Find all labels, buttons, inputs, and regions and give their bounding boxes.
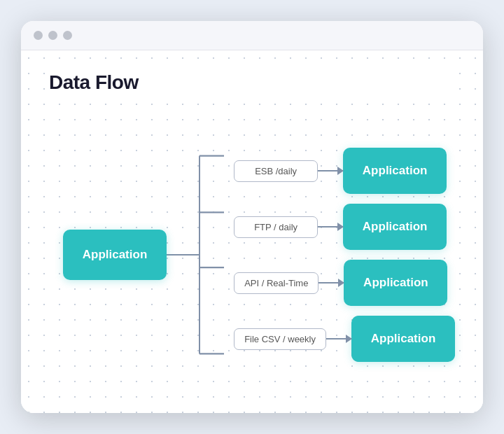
targets-column: ESB /daily Application FTP / daily Appli… <box>234 148 455 362</box>
target-row-1: ESB /daily Application <box>234 148 455 194</box>
arrow-1 <box>318 170 343 172</box>
target-node-1: Application <box>343 148 447 194</box>
target-row-4: File CSV / weekly Application <box>234 316 455 362</box>
diagram-area: Application <box>49 113 455 396</box>
arrow-4 <box>326 338 351 340</box>
target-node-4: Application <box>351 316 455 362</box>
target-node-2: Application <box>343 204 447 250</box>
window-dot-2 <box>48 31 57 40</box>
label-pill-4: File CSV / weekly <box>234 328 326 350</box>
arrow-2 <box>318 226 343 227</box>
arrow-3 <box>318 282 344 284</box>
target-row-3: API / Real-Time Application <box>234 260 455 306</box>
source-application-node: Application <box>63 230 167 280</box>
diagram-title: Data Flow <box>49 71 455 94</box>
diagram-content: Data Flow Application <box>21 50 483 413</box>
target-row-2: FTP / daily Application <box>234 204 455 250</box>
window-dot-1 <box>34 31 43 40</box>
label-pill-2: FTP / daily <box>234 216 318 238</box>
title-bar <box>21 21 483 50</box>
label-pill-3: API / Real-Time <box>234 272 318 294</box>
target-node-3: Application <box>344 260 447 306</box>
window-dot-3 <box>63 31 72 40</box>
main-window: Data Flow Application <box>21 21 483 413</box>
label-pill-1: ESB /daily <box>234 160 318 182</box>
